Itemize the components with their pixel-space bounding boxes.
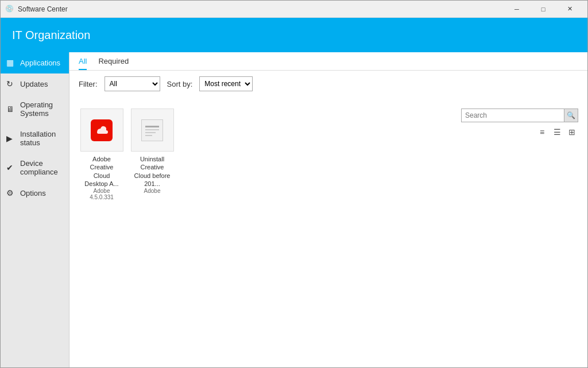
maximize-button[interactable]: □: [530, 1, 556, 18]
close-button[interactable]: ✕: [556, 1, 583, 18]
svg-rect-3: [145, 129, 159, 130]
tab-all[interactable]: All: [79, 57, 87, 70]
adobe-cc-svg: [92, 121, 111, 140]
app-card-adobe-cc[interactable]: Adobe Creative Cloud Desktop A... Adobe …: [79, 106, 125, 203]
content: All Required Filter: All Installed Not I…: [69, 52, 587, 368]
svg-rect-5: [145, 135, 152, 136]
app-name-uninstall-cc: Uninstall Creative Cloud before 201...: [131, 155, 173, 188]
org-title: IT Organization: [12, 29, 90, 42]
view-list1-button[interactable]: ≡: [536, 126, 548, 138]
options-icon: ⚙: [6, 188, 16, 197]
sidebar: ▦ Applications ↻ Updates 🖥 Operating Sys…: [1, 52, 69, 368]
app-vendor-adobe-cc: Adobe: [94, 188, 110, 194]
sidebar-label-compliance: Device compliance: [20, 159, 63, 176]
install-status-icon: ▶: [6, 134, 16, 143]
sidebar-item-device-compliance[interactable]: ✔ Device compliance: [1, 153, 69, 183]
tabs-row: All Required: [69, 52, 587, 71]
sidebar-item-applications[interactable]: ▦ Applications: [1, 52, 69, 73]
sidebar-item-options[interactable]: ⚙ Options: [1, 183, 69, 204]
filter-row: Filter: All Installed Not Installed Sort…: [69, 71, 587, 97]
title-bar-left: 💿 Software Center: [5, 5, 68, 14]
os-icon: 🖥: [6, 104, 16, 114]
app-icon-box-adobe-cc: [80, 109, 123, 152]
content-wrapper: All Required Filter: All Installed Not I…: [69, 52, 587, 368]
compliance-icon: ✔: [6, 163, 16, 172]
title-bar-title: Software Center: [18, 5, 68, 13]
app-vendor-uninstall-cc: Adobe: [144, 188, 161, 194]
filter-dropdown[interactable]: All Installed Not Installed: [105, 76, 160, 91]
updates-icon: ↻: [6, 79, 16, 88]
app-icon: 💿: [5, 5, 14, 14]
app-icon-box-uninstall-cc: [131, 109, 174, 152]
view-list2-button[interactable]: ☰: [551, 126, 563, 138]
view-controls: ≡ ☰ ⊞: [536, 126, 578, 138]
sidebar-label-updates: Updates: [20, 80, 48, 88]
app-grid: Adobe Creative Cloud Desktop A... Adobe …: [69, 97, 587, 368]
minimize-button[interactable]: ─: [504, 1, 530, 18]
sidebar-label-options: Options: [20, 189, 46, 197]
filter-label: Filter:: [79, 80, 98, 88]
app-header: IT Organization: [1, 18, 587, 52]
sidebar-label-applications: Applications: [20, 59, 60, 67]
app-version-adobe-cc: 4.5.0.331: [90, 194, 114, 200]
title-bar: 💿 Software Center ─ □ ✕: [1, 1, 587, 18]
app-card-uninstall-cc[interactable]: Uninstall Creative Cloud before 201... A…: [129, 106, 175, 203]
tab-required[interactable]: Required: [98, 57, 129, 70]
sidebar-item-operating-systems[interactable]: 🖥 Operating Systems: [1, 95, 69, 124]
main-layout: ▦ Applications ↻ Updates 🖥 Operating Sys…: [1, 52, 587, 368]
adobe-cc-icon: [91, 119, 113, 141]
sort-label: Sort by:: [167, 80, 193, 88]
search-button[interactable]: 🔍: [564, 109, 578, 122]
svg-rect-4: [145, 132, 156, 133]
sidebar-label-install-status: Installation status: [20, 130, 63, 147]
sort-dropdown[interactable]: Most recent Name Publisher: [199, 76, 253, 91]
sidebar-item-installation-status[interactable]: ▶ Installation status: [1, 124, 69, 153]
sidebar-item-updates[interactable]: ↻ Updates: [1, 73, 69, 95]
sidebar-label-os: Operating Systems: [20, 100, 63, 118]
search-input[interactable]: [461, 109, 564, 122]
view-grid-button[interactable]: ⊞: [566, 126, 578, 138]
applications-icon: ▦: [6, 58, 16, 67]
generic-app-icon: [141, 119, 163, 141]
generic-icon-svg: [143, 121, 161, 140]
title-bar-controls: ─ □ ✕: [504, 1, 583, 18]
app-name-adobe-cc: Adobe Creative Cloud Desktop A...: [81, 155, 122, 188]
svg-rect-2: [145, 126, 159, 127]
search-container: 🔍: [461, 109, 578, 122]
